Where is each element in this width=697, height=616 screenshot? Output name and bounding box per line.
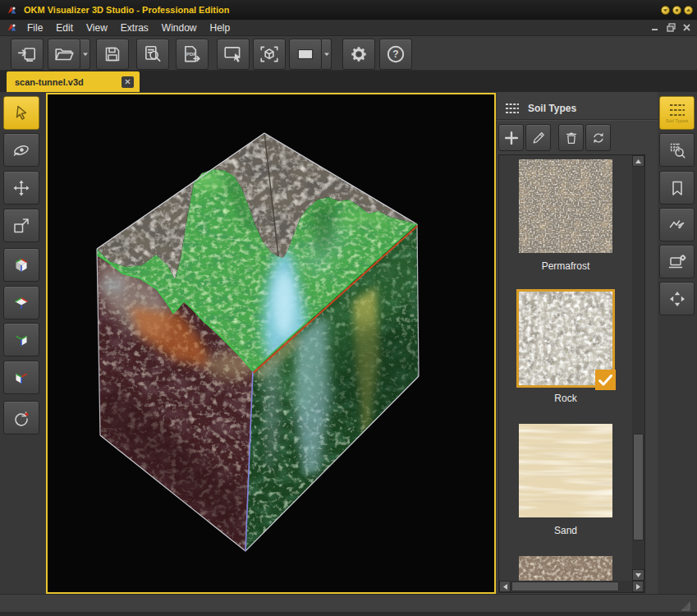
- import-button[interactable]: [11, 39, 44, 70]
- add-soil-button[interactable]: [498, 124, 524, 151]
- import-icon: [16, 44, 38, 65]
- toolbar-group-open: [48, 39, 90, 70]
- toolbar-group-help: ?: [379, 39, 412, 70]
- panel-actions: [498, 124, 612, 152]
- soil-layers-icon: [505, 103, 520, 114]
- reset-rotation-icon: [11, 408, 31, 428]
- menu-item-file[interactable]: File: [21, 22, 49, 34]
- tool-rotate-button[interactable]: [3, 133, 39, 167]
- soil-item-sand[interactable]: Sand: [499, 420, 632, 552]
- toolbar-group-settings: [342, 39, 375, 70]
- toolbar-group-background-color: [289, 39, 332, 70]
- soil-thumbnail[interactable]: [516, 554, 615, 581]
- tool-reset-rotation-button[interactable]: [3, 401, 39, 434]
- view-3d-button[interactable]: [253, 39, 286, 70]
- window-button-1[interactable]: [661, 6, 670, 15]
- tool-view-front-button[interactable]: [3, 361, 39, 394]
- tab-close-icon[interactable]: ✕: [122, 76, 134, 88]
- vscroll-thumb[interactable]: [633, 434, 644, 540]
- menu-item-view[interactable]: View: [80, 22, 114, 34]
- panel-tab-bookmarks[interactable]: [659, 171, 695, 205]
- panel-tab-device-settings[interactable]: [659, 245, 695, 278]
- help-button[interactable]: ?: [379, 39, 412, 70]
- orbit-icon: [11, 140, 31, 160]
- tool-view-iso-button[interactable]: [3, 248, 39, 282]
- device-gear-icon: [667, 252, 687, 272]
- scroll-down-icon[interactable]: [632, 569, 644, 581]
- application-window: OKM Visualizer 3D Studio - Professional …: [0, 0, 697, 616]
- open-folder-icon: [53, 44, 75, 65]
- soil-thumbnail[interactable]: [516, 421, 615, 520]
- edit-soil-button[interactable]: [525, 124, 551, 151]
- tool-zoom-extents-button[interactable]: [3, 209, 39, 242]
- scroll-right-icon[interactable]: [632, 581, 644, 592]
- background-color-dropdown[interactable]: [322, 39, 332, 70]
- screen-touch-icon: [222, 44, 244, 65]
- main-area: Soil Types PermafrostRockSand: [0, 92, 697, 594]
- vertical-scrollbar[interactable]: [632, 155, 644, 581]
- resize-grip-icon[interactable]: [681, 601, 690, 611]
- refresh-icon: [590, 130, 607, 146]
- panel-header: Soil Types: [497, 97, 658, 120]
- horizontal-scrollbar[interactable]: [499, 581, 644, 592]
- hscroll-thumb[interactable]: [511, 582, 619, 591]
- panel-tab-signal-analysis[interactable]: [659, 208, 695, 241]
- window-button-3[interactable]: [684, 6, 693, 15]
- background-color-button[interactable]: [289, 39, 322, 70]
- tool-select-button[interactable]: [3, 96, 39, 130]
- tab-scan-tunnel[interactable]: scan-tunnel.v3d ✕: [7, 71, 140, 92]
- soil-item-permafrost[interactable]: Permafrost: [499, 155, 632, 287]
- svg-text:PDF: PDF: [186, 52, 196, 57]
- menu-item-window[interactable]: Window: [155, 22, 204, 34]
- mdi-restore-button[interactable]: [666, 22, 676, 33]
- soil-thumbnail[interactable]: [516, 157, 615, 255]
- soil-item-partial[interactable]: [499, 552, 632, 581]
- toolbar-group-export-pdf: PDF: [176, 39, 209, 70]
- gear-icon: [348, 44, 369, 65]
- open-dropdown[interactable]: [80, 39, 90, 70]
- tool-view-side-button[interactable]: [3, 323, 39, 356]
- pdf-export-icon: PDF: [181, 44, 203, 65]
- panel-tab-move-pad[interactable]: [659, 282, 695, 315]
- print-preview-button[interactable]: [136, 39, 169, 70]
- zoom-extents-icon: [11, 216, 31, 236]
- soil-list: PermafrostRockSand: [498, 154, 645, 593]
- left-toolbar: [0, 92, 46, 594]
- pencil-icon: [530, 130, 547, 146]
- tabbar: scan-tunnel.v3d ✕: [0, 71, 697, 92]
- save-button[interactable]: [96, 39, 129, 70]
- window-title: OKM Visualizer 3D Studio - Professional …: [24, 5, 229, 15]
- open-button[interactable]: [48, 39, 80, 70]
- tool-view-top-button[interactable]: [3, 286, 39, 319]
- soil-thumbnail[interactable]: [516, 289, 615, 388]
- color-swatch-icon: [295, 44, 316, 65]
- panel-tab-soil-types[interactable]: Soil Types: [659, 96, 695, 130]
- 3d-viewport[interactable]: [46, 93, 496, 594]
- tool-pan-button[interactable]: [3, 171, 39, 205]
- delete-soil-button[interactable]: [558, 124, 584, 151]
- menu-item-edit[interactable]: Edit: [49, 22, 80, 34]
- mdi-close-button[interactable]: [681, 22, 692, 33]
- cube-front-icon: [11, 368, 31, 388]
- soil-item-rock[interactable]: Rock: [499, 287, 632, 420]
- scan-control-button[interactable]: [217, 39, 250, 70]
- menu-item-help[interactable]: Help: [204, 22, 237, 34]
- toolbar-group-view-3d: [253, 39, 286, 70]
- settings-button[interactable]: [342, 39, 375, 70]
- panel-tab-scan-grid[interactable]: [659, 133, 695, 167]
- window-button-2[interactable]: [672, 6, 681, 15]
- save-icon: [103, 44, 122, 64]
- cursor-icon: [11, 103, 31, 123]
- mdi-minimize-button[interactable]: [650, 22, 661, 33]
- toolbar-group-print-preview: [136, 39, 169, 70]
- scroll-up-icon[interactable]: [632, 155, 644, 167]
- document-search-icon: [142, 44, 163, 65]
- toolbar-group-import: [11, 39, 44, 70]
- export-pdf-button[interactable]: PDF: [176, 39, 209, 70]
- cube-top-icon: [11, 293, 31, 313]
- titlebar: OKM Visualizer 3D Studio - Professional …: [0, 0, 697, 20]
- menu-item-extras[interactable]: Extras: [114, 22, 155, 34]
- cube-axes-icon: [11, 255, 31, 275]
- refresh-soil-button[interactable]: [585, 124, 611, 151]
- scroll-left-icon[interactable]: [499, 581, 511, 592]
